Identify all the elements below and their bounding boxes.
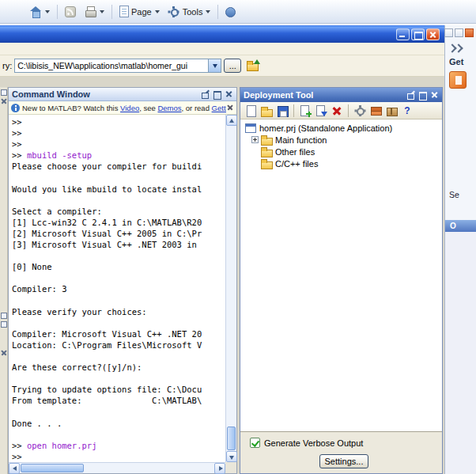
banner-link[interactable]: Demos [157, 104, 181, 112]
getting-started-icon[interactable] [449, 71, 467, 89]
settings-icon[interactable] [353, 104, 366, 117]
command-window-titlebar[interactable]: Command Window [9, 88, 236, 101]
info-icon [11, 104, 20, 112]
page-button[interactable]: Page [115, 3, 164, 20]
chevron-right-icon[interactable] [449, 44, 465, 52]
maximize-icon[interactable] [213, 90, 221, 99]
command-line [12, 373, 225, 384]
settings-button[interactable]: Settings... [319, 454, 368, 468]
close-icon[interactable] [465, 28, 474, 37]
vertical-scrollbar[interactable] [225, 115, 236, 462]
help-icon[interactable]: ? [401, 104, 414, 117]
command-output[interactable]: >>>>>>>> mbuild -setupPlease choose your… [9, 115, 225, 462]
scroll-right-button[interactable] [214, 463, 225, 474]
maximize-icon[interactable] [418, 91, 427, 100]
tools-button[interactable]: Tools [164, 3, 215, 21]
deployment-tool-titlebar[interactable]: Deployment Tool [240, 88, 442, 102]
close-icon[interactable] [1, 350, 7, 356]
close-icon[interactable] [225, 90, 233, 99]
maximize-icon[interactable] [455, 28, 463, 37]
close-button[interactable] [426, 28, 440, 40]
new-project-icon[interactable] [244, 104, 257, 117]
banner-link[interactable]: Video [120, 104, 139, 112]
deployment-tool-title: Deployment Tool [244, 90, 403, 100]
minimize-button[interactable] [396, 28, 410, 40]
command-line: Compiler: Microsoft Visual C++ .NET 20 [12, 328, 225, 339]
undock-icon[interactable] [406, 91, 415, 100]
tree-root[interactable]: homer.prj (Standalone Application) [245, 122, 442, 134]
close-icon[interactable] [1, 98, 7, 104]
help-button[interactable] [221, 4, 240, 20]
scroll-up-button[interactable] [226, 115, 237, 126]
scrollbar-corner [225, 462, 236, 473]
combo-dropdown-button[interactable] [208, 59, 221, 72]
dropdown-caret-icon [100, 10, 104, 13]
minimize-icon[interactable] [444, 28, 453, 37]
command-line: >> mbuild -setup [12, 150, 225, 161]
command-line [12, 429, 225, 440]
tree-item[interactable]: Other files [245, 146, 442, 157]
browser-toolbar-items: PageTools [0, 0, 476, 23]
vertical-scroll-thumb[interactable] [227, 427, 236, 450]
close-icon[interactable] [430, 91, 439, 100]
toolbar-separator [348, 104, 349, 117]
browse-button[interactable]: ... [224, 59, 241, 73]
feeds-button[interactable] [61, 3, 80, 20]
remove-file-icon[interactable] [331, 104, 343, 117]
home-button[interactable] [25, 3, 54, 21]
scroll-down-button[interactable] [226, 451, 237, 462]
command-line: Location: C:\Program Files\Microsoft V [12, 339, 225, 351]
verbose-label: Generate Verbose Output [264, 438, 363, 448]
tree-item-label: Other files [275, 147, 315, 157]
command-line: Would you like mbuild to locate instal [12, 184, 225, 195]
up-folder-icon[interactable] [246, 59, 260, 72]
right-panel-get-label: Get [449, 57, 463, 66]
banner-close-icon[interactable] [226, 104, 234, 112]
tree-item[interactable]: Main function [245, 134, 442, 146]
current-directory-combo[interactable]: C:\libisis_NEW\applications\matlab\homer… [14, 59, 221, 73]
horizontal-scrollbar[interactable] [9, 462, 225, 473]
scroll-left-button[interactable] [9, 463, 20, 474]
up-arrow-icon [254, 59, 260, 64]
screen: PageTools ry: C:\libisis_NEW\application… [0, 0, 476, 474]
undock-icon[interactable] [201, 90, 210, 99]
command-line: From template: C:\MATLAB\ [12, 395, 225, 406]
banner-link[interactable]: Getti [212, 104, 226, 112]
right-panel-body [445, 232, 476, 474]
folder-icon [261, 159, 272, 169]
dock-icon[interactable] [1, 321, 7, 328]
command-line [12, 250, 225, 261]
docked-panel-edge [0, 87, 8, 474]
restore-icon[interactable] [1, 313, 7, 319]
welcome-banner: New to MATLAB? Watch this Video, see Dem… [9, 101, 236, 115]
open-project-icon[interactable] [260, 104, 273, 117]
verbose-option[interactable]: Generate Verbose Output [250, 438, 363, 448]
folder-icon [261, 135, 272, 145]
tree-expander-icon[interactable] [251, 136, 259, 143]
tree-children: Main functionOther filesC/C++ files [245, 134, 442, 169]
save-project-icon[interactable] [276, 104, 289, 117]
undock-icon[interactable] [1, 89, 7, 96]
window-titlebar[interactable] [0, 25, 444, 43]
horizontal-scroll-thumb[interactable] [21, 464, 84, 472]
command-line: Compiler: 3 [12, 283, 225, 294]
command-line: Done . . . [12, 418, 225, 429]
verbose-checkbox[interactable] [250, 438, 260, 448]
folder-icon [261, 147, 272, 157]
tree-item[interactable]: C/C++ files [245, 157, 442, 169]
build-icon[interactable] [369, 104, 382, 117]
add-file-icon[interactable] [299, 104, 312, 117]
command-line [12, 172, 225, 183]
print-icon [84, 6, 96, 18]
import-file-icon[interactable] [315, 104, 327, 117]
print-button[interactable] [80, 3, 108, 21]
right-panel-section-header: O [445, 220, 476, 232]
command-line: [2] Microsoft Visual C++ 2005 in C:\Pr [12, 228, 225, 239]
maximize-button[interactable] [411, 28, 425, 40]
command-window-title: Command Window [12, 89, 198, 99]
command-line: Select a compiler: [12, 206, 225, 217]
toolbar-separator [217, 5, 218, 19]
current-directory-toolbar: ry: C:\libisis_NEW\applications\matlab\h… [0, 55, 444, 77]
project-tree[interactable]: homer.prj (Standalone Application) Main … [240, 119, 442, 432]
package-icon[interactable] [385, 104, 398, 117]
